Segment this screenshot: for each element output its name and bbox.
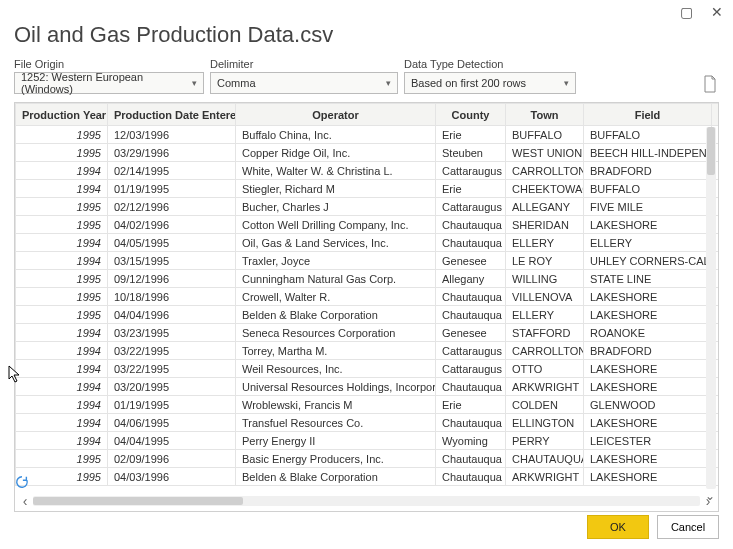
vertical-scroll-thumb[interactable] (707, 127, 715, 175)
col-field[interactable]: Field (584, 104, 712, 126)
horizontal-scroll-thumb[interactable] (33, 497, 243, 505)
cell-date: 09/12/1996 (108, 270, 236, 288)
refresh-icon[interactable] (15, 475, 31, 491)
col-county[interactable]: County (436, 104, 506, 126)
cell-date: 03/22/1995 (108, 342, 236, 360)
table-row[interactable]: 199503/29/1996Copper Ridge Oil, Inc.Steu… (16, 144, 720, 162)
chevron-down-icon: ▾ (564, 78, 569, 88)
cell-operator: Oil, Gas & Land Services, Inc. (236, 234, 436, 252)
cell-operator: Belden & Blake Corporation (236, 468, 436, 486)
cell-town: ELLINGTON (506, 414, 584, 432)
cell-field: BUFFALO (584, 180, 712, 198)
cell-field: FIVE MILE (584, 198, 712, 216)
cell-operator: Stiegler, Richard M (236, 180, 436, 198)
table-row[interactable]: 199504/02/1996Cotton Well Drilling Compa… (16, 216, 720, 234)
col-operator[interactable]: Operator (236, 104, 436, 126)
horizontal-scroll-track[interactable] (33, 496, 700, 506)
cell-town: ARKWRIGHT (506, 468, 584, 486)
cell-year: 1994 (16, 360, 108, 378)
table-row[interactable]: 199401/19/1995Stiegler, Richard MErieCHE… (16, 180, 720, 198)
table-row[interactable]: 199510/18/1996Crowell, Walter R.Chautauq… (16, 288, 720, 306)
cell-operator: Universal Resources Holdings, Incorporat… (236, 378, 436, 396)
cell-field: BUFFALO (584, 126, 712, 144)
table-row[interactable]: 199504/04/1996Belden & Blake Corporation… (16, 306, 720, 324)
cell-operator: Torrey, Martha M. (236, 342, 436, 360)
table-row[interactable]: 199404/04/1995Perry Energy IIWyomingPERR… (16, 432, 720, 450)
cell-county: Chautauqua (436, 414, 506, 432)
cell-operator: Transfuel Resources Co. (236, 414, 436, 432)
preview-table: Production Year Production Date Entered … (15, 103, 719, 486)
table-row[interactable]: 199504/03/1996Belden & Blake Corporation… (16, 468, 720, 486)
table-row[interactable]: 199509/12/1996Cunningham Natural Gas Cor… (16, 270, 720, 288)
cell-county: Cattaraugus (436, 162, 506, 180)
cell-date: 01/19/1995 (108, 396, 236, 414)
table-row[interactable]: 199502/09/1996Basic Energy Producers, In… (16, 450, 720, 468)
page-settings-icon[interactable] (701, 74, 719, 94)
cell-year: 1994 (16, 396, 108, 414)
detection-group: Data Type Detection Based on first 200 r… (404, 58, 576, 94)
cell-operator: Copper Ridge Oil, Inc. (236, 144, 436, 162)
cell-date: 04/02/1996 (108, 216, 236, 234)
table-row[interactable]: 199502/12/1996Bucher, Charles JCattaraug… (16, 198, 720, 216)
table-row[interactable]: 199403/15/1995Traxler, JoyceGeneseeLE RO… (16, 252, 720, 270)
detection-select[interactable]: Based on first 200 rows ▾ (404, 72, 576, 94)
table-row[interactable]: 199404/05/1995Oil, Gas & Land Services, … (16, 234, 720, 252)
file-origin-value: 1252: Western European (Windows) (21, 71, 186, 95)
horizontal-scrollbar[interactable]: ‹ › (17, 493, 716, 509)
table-row[interactable]: 199403/20/1995Universal Resources Holdin… (16, 378, 720, 396)
table-row[interactable]: 199401/19/1995Wroblewski, Francis MErieC… (16, 396, 720, 414)
delimiter-group: Delimiter Comma ▾ (210, 58, 398, 94)
close-icon[interactable]: ✕ (711, 4, 723, 20)
cell-date: 03/23/1995 (108, 324, 236, 342)
cell-field: STATE LINE (584, 270, 712, 288)
table-row[interactable]: 199403/23/1995Seneca Resources Corporati… (16, 324, 720, 342)
table-row[interactable]: 199403/22/1995Weil Resources, Inc.Cattar… (16, 360, 720, 378)
cell-operator: Bucher, Charles J (236, 198, 436, 216)
col-production-year[interactable]: Production Year (16, 104, 108, 126)
cell-county: Wyoming (436, 432, 506, 450)
cell-county: Chautauqua (436, 288, 506, 306)
cell-year: 1995 (16, 144, 108, 162)
cell-operator: Wroblewski, Francis M (236, 396, 436, 414)
cell-county: Chautauqua (436, 234, 506, 252)
cell-date: 10/18/1996 (108, 288, 236, 306)
col-truncated[interactable]: Pr (712, 104, 720, 126)
dialog-title: Oil and Gas Production Data.csv (14, 22, 719, 48)
cell-county: Chautauqua (436, 216, 506, 234)
table-row[interactable]: 199402/14/1995White, Walter W. & Christi… (16, 162, 720, 180)
col-production-date-entered[interactable]: Production Date Entered (108, 104, 236, 126)
cell-county: Erie (436, 180, 506, 198)
table-row[interactable]: 199404/06/1995Transfuel Resources Co.Cha… (16, 414, 720, 432)
delimiter-select[interactable]: Comma ▾ (210, 72, 398, 94)
cell-year: 1995 (16, 198, 108, 216)
cell-operator: Crowell, Walter R. (236, 288, 436, 306)
cell-date: 02/12/1996 (108, 198, 236, 216)
cell-year: 1994 (16, 180, 108, 198)
cell-field: BEECH HILL-INDEPENDENCE (584, 144, 712, 162)
cell-date: 12/03/1996 (108, 126, 236, 144)
table-row[interactable]: 199512/03/1996Buffalo China, Inc.ErieBUF… (16, 126, 720, 144)
cell-field: LAKESHORE (584, 450, 712, 468)
cell-county: Allegany (436, 270, 506, 288)
cell-county: Chautauqua (436, 378, 506, 396)
vertical-scrollbar[interactable]: ⌄ (706, 127, 716, 489)
col-town[interactable]: Town (506, 104, 584, 126)
maximize-icon[interactable]: ▢ (680, 4, 693, 20)
scroll-left-icon[interactable]: ‹ (17, 493, 33, 509)
chevron-down-icon: ▾ (192, 78, 197, 88)
cell-field: LAKESHORE (584, 306, 712, 324)
table-row[interactable]: 199403/22/1995Torrey, Martha M.Cattaraug… (16, 342, 720, 360)
cell-town: BUFFALO (506, 126, 584, 144)
ok-button[interactable]: OK (587, 515, 649, 539)
cell-field: LEICESTER (584, 432, 712, 450)
cell-date: 04/04/1996 (108, 306, 236, 324)
cell-date: 03/22/1995 (108, 360, 236, 378)
cell-town: COLDEN (506, 396, 584, 414)
file-origin-select[interactable]: 1252: Western European (Windows) ▾ (14, 72, 204, 94)
cell-county: Cattaraugus (436, 198, 506, 216)
cell-field: GLENWOOD (584, 396, 712, 414)
cell-year: 1994 (16, 378, 108, 396)
cell-year: 1995 (16, 270, 108, 288)
cancel-button[interactable]: Cancel (657, 515, 719, 539)
scroll-right-icon[interactable]: › (700, 493, 716, 509)
